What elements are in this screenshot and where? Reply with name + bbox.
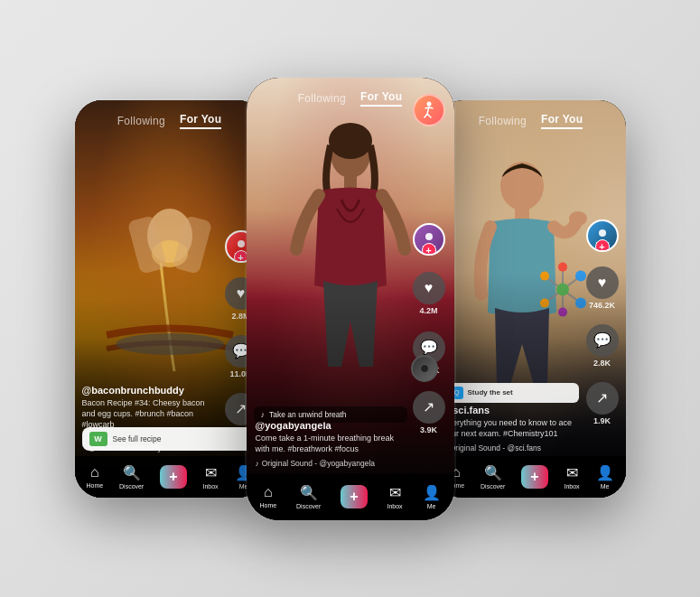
- yoga-home-icon: ⌂: [264, 484, 273, 500]
- phone-right-screen: Following For You + ♥ 746.2K 💬 2.8K: [436, 100, 626, 498]
- yoga-small-figure: [413, 94, 445, 126]
- science-follow-plus[interactable]: +: [595, 239, 610, 252]
- svg-point-27: [599, 229, 606, 237]
- science-avatar-btn[interactable]: +: [586, 219, 619, 252]
- science-share-btn[interactable]: ↗ 1.9K: [586, 382, 619, 425]
- yoga-home-label: Home: [259, 502, 276, 508]
- yoga-music-note: ♪: [256, 459, 259, 468]
- science-comment-icon: 💬: [586, 324, 619, 357]
- science-notification-banner[interactable]: Q Study the set: [443, 383, 579, 403]
- science-nav-me[interactable]: 👤 Me: [596, 464, 614, 490]
- science-nav-plus[interactable]: +: [521, 465, 547, 489]
- science-comment-btn[interactable]: 💬 2.8K: [586, 324, 619, 368]
- science-inbox-icon: ✉: [566, 464, 578, 481]
- food-notification-banner[interactable]: W See full recipe: [82, 427, 257, 451]
- yoga-avatar: +: [413, 223, 445, 256]
- science-bottom-nav: ⌂ Home 🔍 Discover + ✉ Inbox 👤 Me: [436, 456, 626, 498]
- yoga-nav-inbox[interactable]: ✉ Inbox: [387, 484, 402, 509]
- yoga-nav-plus[interactable]: +: [341, 485, 367, 508]
- food-nav-discover[interactable]: 🔍 Discover: [119, 464, 144, 490]
- yoga-bottom-nav: ⌂ Home 🔍 Discover + ✉ Inbox 👤 Me: [247, 473, 454, 520]
- yoga-me-label: Me: [427, 503, 436, 509]
- discover-icon: 🔍: [123, 464, 141, 481]
- yoga-like-btn[interactable]: ♥ 4.2M: [413, 272, 445, 315]
- yoga-inbox-icon: ✉: [389, 484, 401, 501]
- science-share-count: 1.9K: [593, 416, 611, 425]
- home-icon: ⌂: [90, 464, 99, 480]
- discover-label: Discover: [119, 483, 144, 490]
- yoga-heart-icon: ♥: [413, 272, 445, 304]
- yoga-sound: ♪ Original Sound - @yogabyangela: [256, 459, 405, 468]
- science-top-nav: Following For You: [436, 100, 626, 136]
- food-nav-home[interactable]: ⌂ Home: [86, 464, 103, 489]
- science-me-label: Me: [601, 483, 610, 490]
- phone-center-screen: Following For You + ♥ 4.2M 💬 31.1K: [247, 78, 454, 520]
- science-nav-inbox[interactable]: ✉ Inbox: [564, 464, 579, 490]
- food-nav-plus[interactable]: +: [160, 465, 186, 489]
- food-bottom-nav: ⌂ Home 🔍 Discover + ✉ Inbox 👤 Me: [75, 456, 265, 498]
- science-me-icon: 👤: [596, 464, 614, 481]
- yoga-nav-discover[interactable]: 🔍 Discover: [296, 484, 321, 509]
- science-discover-label: Discover: [481, 483, 505, 490]
- yoga-share-btn[interactable]: ↗ 3.9K: [413, 391, 445, 434]
- svg-point-10: [425, 233, 433, 240]
- science-following-tab[interactable]: Following: [479, 115, 527, 127]
- yoga-inbox-label: Inbox: [387, 503, 402, 509]
- yoga-right-sidebar: + ♥ 4.2M 💬 31.1K ↗ 3.9K: [413, 223, 445, 434]
- science-username[interactable]: @sci.fans: [443, 405, 579, 415]
- yoga-for-you-tab[interactable]: For You: [360, 90, 402, 107]
- yoga-follow-plus[interactable]: +: [422, 243, 436, 256]
- phone-left-screen: Following For You + ♥ 2.8M 💬 11.0K: [75, 100, 265, 498]
- science-avatar: +: [586, 219, 619, 252]
- science-right-sidebar: + ♥ 746.2K 💬 2.8K ↗ 1.9K: [586, 219, 619, 425]
- yoga-discover-icon: 🔍: [300, 484, 318, 501]
- yoga-avatar-btn[interactable]: +: [413, 223, 445, 256]
- svg-point-7: [329, 123, 372, 159]
- yoga-banner: ♪ Take an unwind breath: [254, 406, 407, 423]
- yoga-share-icon: ↗: [413, 391, 445, 424]
- yoga-nav-me[interactable]: 👤 Me: [423, 484, 441, 509]
- yoga-following-tab[interactable]: Following: [298, 92, 346, 105]
- food-following-tab[interactable]: Following: [117, 115, 165, 127]
- science-inbox-label: Inbox: [564, 483, 579, 490]
- science-discover-icon: 🔍: [484, 464, 502, 481]
- yoga-music-disc: [411, 355, 438, 382]
- science-description: Everything you need to know to ace your …: [443, 418, 579, 439]
- svg-point-5: [238, 240, 245, 247]
- food-top-nav: Following For You: [75, 100, 265, 136]
- phones-container: Following For You + ♥ 2.8M 💬 11.0K: [0, 0, 700, 597]
- yoga-like-count: 4.2M: [419, 306, 437, 315]
- yoga-share-count: 3.9K: [420, 425, 437, 434]
- yoga-nav-home[interactable]: ⌂ Home: [259, 484, 276, 508]
- svg-point-11: [500, 162, 544, 210]
- inbox-icon: ✉: [205, 464, 217, 481]
- yoga-plus-icon: +: [341, 485, 367, 508]
- food-nav-inbox[interactable]: ✉ Inbox: [202, 464, 218, 490]
- phone-left: Following For You + ♥ 2.8M 💬 11.0K: [75, 100, 265, 498]
- svg-point-9: [426, 101, 431, 106]
- phone-center: Following For You + ♥ 4.2M 💬 31.1K: [247, 78, 454, 520]
- science-like-btn[interactable]: ♥ 746.2K: [586, 266, 619, 310]
- yoga-bottom-info: @yogabyangela Come take a 1-minute breat…: [256, 420, 405, 467]
- science-sound: ♪ Original Sound - @sci.fans: [443, 443, 579, 452]
- plus-icon: +: [160, 465, 186, 489]
- svg-point-25: [558, 262, 567, 271]
- science-bottom-info: @sci.fans Everything you need to know to…: [443, 405, 579, 452]
- science-like-count: 746.2K: [589, 301, 615, 310]
- science-plus-icon: +: [521, 465, 547, 489]
- yoga-discover-label: Discover: [296, 503, 321, 509]
- science-nav-discover[interactable]: 🔍 Discover: [481, 464, 505, 490]
- food-notif-text: See full recipe: [113, 434, 162, 443]
- food-for-you-tab[interactable]: For You: [180, 113, 221, 129]
- yoga-description: Come take a 1-minute breathing break wit…: [256, 434, 405, 454]
- science-notif-text: Study the set: [468, 388, 513, 396]
- food-username[interactable]: @baconbrunchbuddy: [82, 385, 218, 396]
- inbox-label: Inbox: [202, 483, 218, 490]
- science-for-you-tab[interactable]: For You: [541, 113, 583, 129]
- yoga-me-icon: 👤: [423, 484, 441, 501]
- home-label: Home: [86, 482, 103, 489]
- science-heart-icon: ♥: [586, 266, 619, 299]
- science-comment-count: 2.8K: [593, 359, 611, 368]
- svg-point-13: [569, 211, 587, 226]
- food-notif-icon: W: [89, 432, 107, 446]
